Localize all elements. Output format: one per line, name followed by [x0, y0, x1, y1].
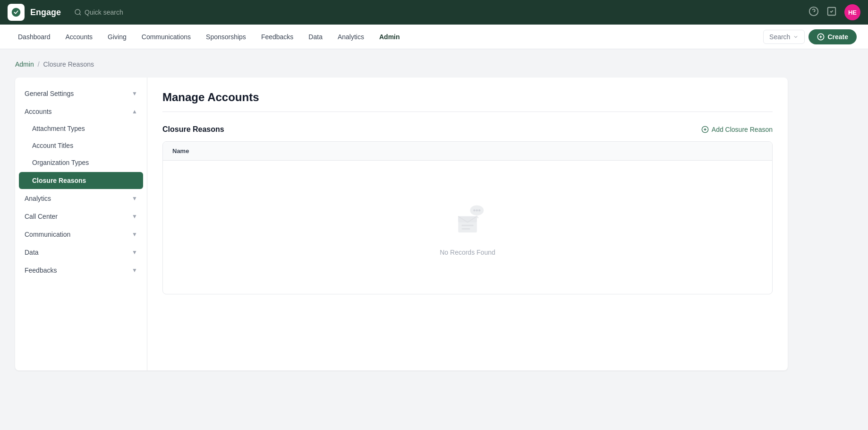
search-icon	[74, 9, 82, 16]
sidebar-group-accounts: Accounts ▲ Attachment Types Account Titl…	[15, 103, 147, 189]
quick-search[interactable]: Quick search	[74, 9, 123, 16]
svg-point-7	[473, 209, 476, 212]
sidebar-group-call-center-label: Call Center	[25, 213, 58, 220]
nav-feedbacks[interactable]: Feedbacks	[255, 29, 300, 44]
empty-state: No Records Found	[163, 161, 772, 294]
sidebar-group-call-center-header[interactable]: Call Center ▼	[15, 208, 147, 225]
svg-point-0	[75, 9, 80, 15]
svg-rect-12	[461, 225, 473, 226]
sidebar: General Settings ▼ Accounts ▲ Attachment…	[15, 77, 147, 370]
svg-rect-11	[458, 216, 477, 223]
section-title: Closure Reasons	[162, 125, 224, 134]
quick-search-label: Quick search	[85, 9, 123, 16]
chevron-down-icon: ▼	[132, 195, 137, 202]
breadcrumb-admin[interactable]: Admin	[15, 60, 34, 68]
add-closure-reason-button[interactable]: Add Closure Reason	[701, 126, 773, 133]
user-avatar[interactable]: HE	[844, 4, 860, 20]
page-title: Manage Accounts	[162, 91, 773, 112]
page-container: Admin / Closure Reasons General Settings…	[0, 49, 803, 382]
help-icon[interactable]	[808, 6, 819, 18]
sidebar-group-data-label: Data	[25, 249, 39, 256]
top-bar: Engage Quick search HE	[0, 0, 868, 25]
empty-state-icon	[446, 198, 489, 241]
breadcrumb: Admin / Closure Reasons	[15, 60, 788, 68]
nav-giving[interactable]: Giving	[101, 29, 133, 44]
nav-data[interactable]: Data	[302, 29, 329, 44]
sidebar-item-account-titles[interactable]: Account Titles	[15, 137, 147, 154]
sidebar-group-feedbacks-label: Feedbacks	[25, 267, 57, 274]
sidebar-group-general: General Settings ▼	[15, 85, 147, 102]
chevron-down-icon: ▼	[132, 249, 137, 256]
nav-communications[interactable]: Communications	[135, 29, 197, 44]
chevron-down-icon	[793, 34, 799, 40]
sidebar-group-communication-label: Communication	[25, 231, 70, 238]
content-area: Manage Accounts Closure Reasons Add Clos…	[147, 77, 788, 370]
svg-rect-13	[461, 228, 470, 230]
breadcrumb-current: Closure Reasons	[43, 60, 94, 68]
svg-point-8	[476, 209, 478, 212]
app-title: Engage	[30, 8, 61, 17]
plus-circle-icon	[701, 126, 709, 133]
main-layout: General Settings ▼ Accounts ▲ Attachment…	[15, 77, 788, 370]
sidebar-group-call-center: Call Center ▼	[15, 208, 147, 225]
chevron-down-icon: ▼	[132, 90, 137, 97]
sidebar-group-label: General Settings	[25, 90, 74, 97]
app-logo[interactable]	[8, 4, 25, 21]
nav-right: Search Create	[763, 29, 857, 44]
sidebar-group-communication-header[interactable]: Communication ▼	[15, 226, 147, 243]
sidebar-group-analytics: Analytics ▼	[15, 190, 147, 207]
main-nav: Dashboard Accounts Giving Communications…	[11, 29, 407, 44]
nav-bar: Dashboard Accounts Giving Communications…	[0, 25, 868, 49]
nav-search-label: Search	[769, 33, 790, 41]
create-label: Create	[827, 33, 848, 41]
sidebar-group-data: Data ▼	[15, 244, 147, 261]
nav-dashboard[interactable]: Dashboard	[11, 29, 57, 44]
nav-analytics[interactable]: Analytics	[331, 29, 371, 44]
sidebar-group-feedbacks: Feedbacks ▼	[15, 262, 147, 279]
table-header-name: Name	[163, 142, 772, 161]
nav-accounts[interactable]: Accounts	[59, 29, 100, 44]
sidebar-group-general-settings[interactable]: General Settings ▼	[15, 85, 147, 102]
sidebar-item-closure-reasons[interactable]: Closure Reasons	[19, 172, 143, 189]
section-header: Closure Reasons Add Closure Reason	[162, 125, 773, 134]
chevron-down-icon: ▼	[132, 231, 137, 238]
sidebar-group-accounts-header[interactable]: Accounts ▲	[15, 103, 147, 120]
sidebar-group-data-header[interactable]: Data ▼	[15, 244, 147, 261]
nav-sponsorships[interactable]: Sponsorships	[199, 29, 253, 44]
chevron-up-icon: ▲	[132, 108, 137, 115]
nav-search[interactable]: Search	[763, 30, 805, 44]
sidebar-item-organization-types[interactable]: Organization Types	[15, 154, 147, 171]
nav-admin[interactable]: Admin	[373, 29, 407, 44]
svg-point-9	[478, 209, 481, 212]
sidebar-group-feedbacks-header[interactable]: Feedbacks ▼	[15, 262, 147, 279]
sidebar-item-attachment-types[interactable]: Attachment Types	[15, 120, 147, 137]
plus-icon	[817, 33, 825, 41]
sidebar-group-accounts-label: Accounts	[25, 108, 52, 115]
sidebar-group-analytics-label: Analytics	[25, 195, 51, 202]
chevron-down-icon: ▼	[132, 213, 137, 220]
chevron-down-icon: ▼	[132, 267, 137, 274]
add-button-label: Add Closure Reason	[712, 126, 773, 133]
create-button[interactable]: Create	[808, 29, 857, 44]
closure-reasons-table: Name	[162, 141, 773, 294]
empty-state-text: No Records Found	[440, 249, 495, 256]
top-bar-right: HE	[808, 4, 860, 20]
tasks-icon[interactable]	[826, 6, 837, 18]
sidebar-group-analytics-header[interactable]: Analytics ▼	[15, 190, 147, 207]
sidebar-group-communication: Communication ▼	[15, 226, 147, 243]
breadcrumb-separator: /	[38, 60, 40, 68]
